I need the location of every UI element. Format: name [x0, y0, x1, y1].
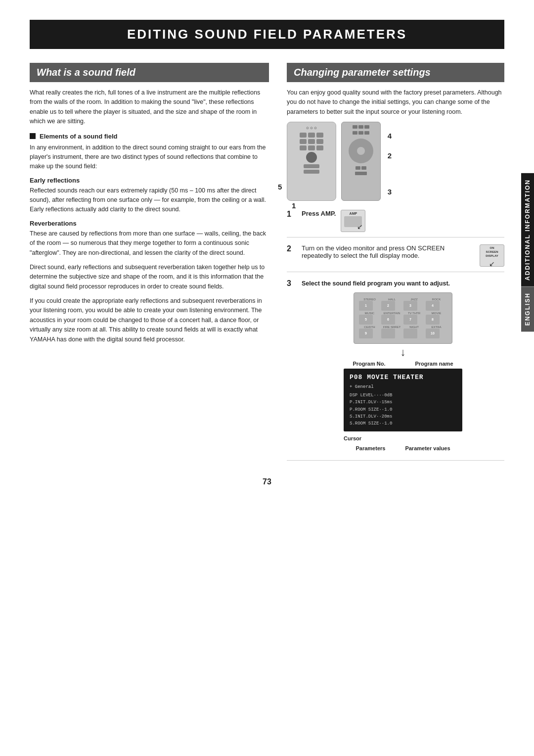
- r-btn-wide: [355, 172, 367, 175]
- remote-btn-circle: [306, 152, 317, 163]
- prog-btn-1: 1: [359, 301, 373, 311]
- prog-col-tvthtr: TV THTR 7: [403, 312, 425, 325]
- english-tab: English: [521, 286, 534, 331]
- early-reflections-text: Reflected sounds reach our ears extremel…: [30, 186, 269, 215]
- right-remote-row-2: [353, 131, 369, 135]
- step-1: 1 Press AMP. AMP ↙: [287, 210, 504, 237]
- parameters-label: Parameters: [356, 445, 385, 451]
- remote-right-device: [341, 122, 381, 201]
- prog-col-firesrret: FIRE SRRET: [381, 326, 402, 338]
- remote-btn-rect-1: [304, 164, 319, 168]
- remote-btn-rect-2: [304, 170, 319, 174]
- diagram-num-1: 1: [292, 201, 296, 210]
- page-container: EDITING SOUND FIELD PARAMETERS What is a…: [0, 0, 534, 756]
- right-remote-row-3: [356, 166, 366, 170]
- left-column: What is a sound field What really create…: [30, 63, 269, 468]
- cursor-label-row: Cursor: [344, 433, 462, 442]
- onscreen-icon: ONSCREENDISPLAY ↙: [480, 244, 504, 267]
- step-2: 2 Turn on the video monitor and press ON…: [287, 244, 504, 272]
- prog-col-music: MUSIC 5: [359, 312, 380, 325]
- prog-btn-5: 5: [359, 315, 373, 325]
- prog-btn-2: 2: [381, 301, 395, 311]
- left-para3: If you could create the appropriate earl…: [30, 296, 269, 344]
- main-title: EDITING SOUND FIELD PARAMETERS: [40, 27, 494, 42]
- r-btn-e: [358, 131, 363, 135]
- program-grid: STEREO 1 HALL 2 JAZZ 3: [359, 298, 447, 338]
- display-title: P08 MOVIE THEATER: [350, 373, 456, 382]
- prog-btn-night: [403, 329, 417, 338]
- onscreen-label: ONSCREENDISPLAY: [486, 246, 498, 258]
- remote-btn-6: [316, 139, 323, 144]
- param-2: P.INIT.DLV··15ms: [350, 399, 456, 406]
- step-2-number: 2: [287, 244, 297, 253]
- early-reflections-title: Early reflections: [30, 177, 269, 184]
- step-3-content: Select the sound field program you want …: [302, 279, 504, 455]
- diagram-num-5: 5: [278, 183, 282, 191]
- remote-row-1: [300, 133, 323, 138]
- step-3-number: 3: [287, 279, 297, 288]
- prog-col-extra: EXTRA 10: [426, 326, 447, 338]
- prog-btn-6: 6: [381, 315, 395, 325]
- arrow-down-icon: ↓: [400, 346, 406, 359]
- page-number: 73: [30, 477, 504, 486]
- display-params: DSP LEVEL····0dB P.INIT.DLV··15ms P.ROOM…: [350, 392, 456, 427]
- remote-btn-1: [300, 133, 307, 138]
- reverberations-title: Reverberations: [30, 220, 269, 227]
- black-square-icon: [30, 133, 36, 139]
- prog-btn-7: 7: [403, 315, 417, 325]
- param-4: S.INIT.DLV··20ms: [350, 413, 456, 420]
- display-labels-bottom: Parameters Parameter values: [356, 445, 450, 451]
- prog-btn-8: 8: [426, 315, 440, 325]
- right-remote-dial-inner: [357, 147, 365, 155]
- r-btn-f: [364, 131, 369, 135]
- diagram-num-3: 3: [388, 188, 392, 196]
- reverberations-text: These are caused by reflections from mor…: [30, 229, 269, 258]
- right-section-header: Changing parameter settings: [287, 63, 504, 82]
- right-remote-row-4: [355, 172, 367, 175]
- prog-btn-10: 10: [426, 329, 440, 338]
- remote-left-device: ⊙ ⊙ ⊙: [287, 122, 336, 201]
- remote-btn-9: [316, 145, 323, 150]
- left-para2: Direct sound, early reflections and subs…: [30, 263, 269, 291]
- left-section-title: What is a sound field: [37, 67, 262, 78]
- r-btn-a: [353, 125, 357, 129]
- step-3: 3 Select the sound field program you wan…: [287, 279, 504, 461]
- param-5: S.ROOM SIZE··1.0: [350, 420, 456, 427]
- prog-col-jazz: JAZZ 3: [403, 298, 425, 311]
- amp-icon: AMP ↙: [341, 210, 365, 232]
- right-intro-text: You can enjoy good quality sound with th…: [287, 88, 504, 117]
- r-btn-b: [358, 125, 363, 129]
- elements-subtitle: Elements of a sound field: [40, 133, 117, 140]
- prog-col-night: NIGHT: [403, 326, 425, 338]
- elements-subtitle-row: Elements of a sound field: [30, 133, 269, 140]
- prog-btn-fire: [381, 329, 395, 338]
- prog-col-stereo: STEREO 1: [359, 298, 380, 311]
- param-1: DSP LEVEL····0dB: [350, 392, 456, 399]
- prog-btn-3: 3: [403, 301, 417, 311]
- program-no-label: Program No.: [353, 361, 385, 367]
- prog-col-hall: HALL 2: [381, 298, 402, 311]
- prog-btn-4: 4: [426, 301, 440, 311]
- remote-row-6: [304, 170, 319, 174]
- step-1-text-bold: Press AMP.: [302, 210, 336, 217]
- step-2-content: Turn on the video monitor and press ON S…: [302, 244, 504, 267]
- display-labels-top: Program No. Program name: [353, 361, 453, 367]
- diagram-num-4: 4: [388, 132, 392, 140]
- r-btn-d: [353, 131, 357, 135]
- elements-text: In any environment, in addition to the d…: [30, 143, 269, 172]
- step-1-content: Press AMP. AMP ↙: [302, 210, 365, 232]
- additional-information-tab: ADDITIONAL INFORMATION: [521, 173, 534, 286]
- remote-row-3: [300, 145, 323, 150]
- step-1-number: 1: [287, 210, 297, 219]
- r-btn-g: [356, 166, 360, 170]
- program-name-label: Program name: [415, 361, 453, 367]
- r-btn-c: [364, 125, 369, 129]
- remote-btn-4: [300, 139, 307, 144]
- remote-btn-7: [300, 145, 307, 150]
- step-3-text: Select the sound field program you want …: [302, 279, 504, 288]
- prog-btn-9: 9: [359, 329, 373, 338]
- r-btn-h: [361, 166, 366, 170]
- prog-col-movie: MOVIE 8: [426, 312, 447, 325]
- left-section-header: What is a sound field: [30, 63, 269, 82]
- cursor-label: Cursor: [344, 435, 361, 441]
